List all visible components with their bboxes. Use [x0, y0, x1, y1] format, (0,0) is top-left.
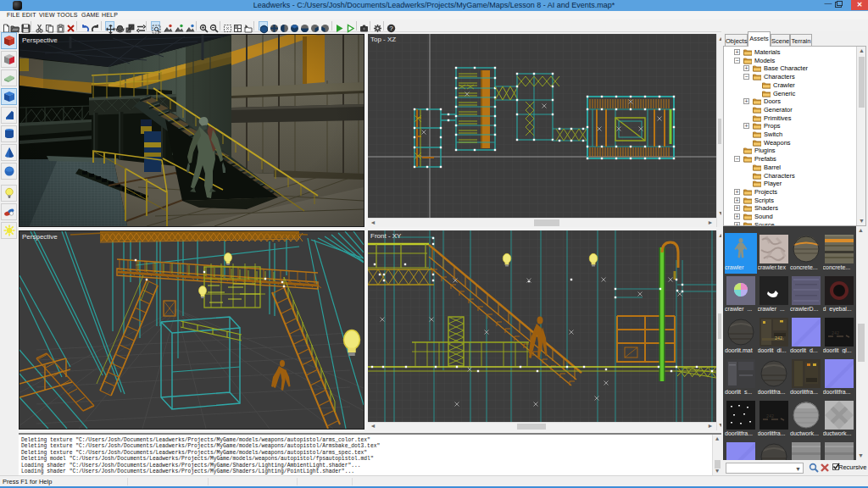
svg-text:242: 242 [766, 414, 774, 419]
svg-text:242: 242 [775, 336, 782, 341]
svg-text:?: ? [389, 25, 392, 32]
svg-text:242: 242 [832, 331, 839, 336]
